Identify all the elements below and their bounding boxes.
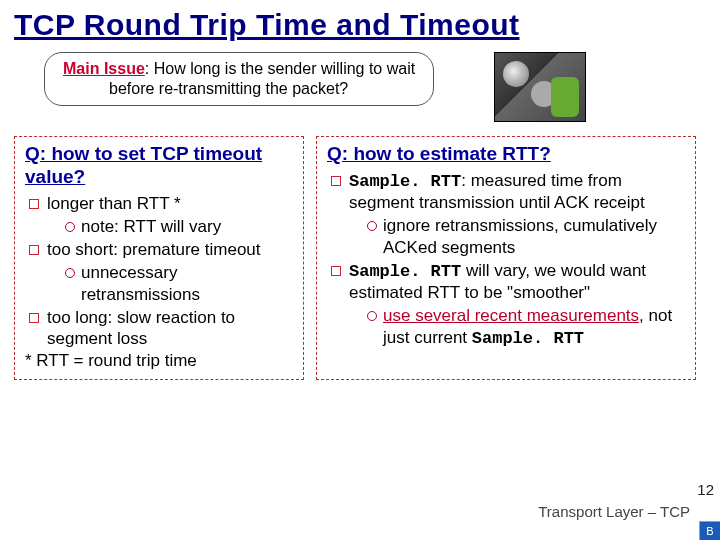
- left-footnote: * RTT = round trip time: [25, 351, 293, 371]
- footer-text: Transport Layer – TCP: [538, 503, 690, 520]
- page-number: 12: [697, 481, 714, 498]
- issue-row: Main Issue: How long is the sender willi…: [44, 52, 706, 122]
- corner-badge: B: [699, 521, 720, 540]
- left-item-2-sub1: unnecessary retransmissions: [65, 262, 293, 305]
- left-item-1-sub1: note: RTT will vary: [65, 216, 293, 237]
- main-issue-label: Main Issue: [63, 60, 145, 77]
- main-issue-text1: How long is the sender willing to wait: [154, 60, 415, 77]
- left-list: longer than RTT * note: RTT will vary to…: [25, 193, 293, 350]
- main-issue-text2: before re-transmitting the packet?: [63, 80, 348, 97]
- right-item-1-sub1: ignore retransmissions, cumulatively ACK…: [367, 215, 685, 258]
- right-item-2-term: Sample. RTT: [349, 262, 461, 281]
- right-item-1: Sample. RTT: measured time from segment …: [331, 170, 685, 258]
- right-box: Q: how to estimate RTT? Sample. RTT: mea…: [316, 136, 696, 380]
- left-item-1: longer than RTT * note: RTT will vary: [29, 193, 293, 238]
- left-question: Q: how to set TCP timeout value?: [25, 143, 293, 189]
- right-list: Sample. RTT: measured time from segment …: [327, 170, 685, 349]
- left-item-2: too short: premature timeout unnecessary…: [29, 239, 293, 305]
- left-item-2-text: too short: premature timeout: [47, 240, 261, 259]
- right-item-2: Sample. RTT will vary, we would want est…: [331, 260, 685, 349]
- left-box: Q: how to set TCP timeout value? longer …: [14, 136, 304, 380]
- right-item-1-term: Sample. RTT: [349, 172, 461, 191]
- clipart-image: [494, 52, 586, 122]
- right-question: Q: how to estimate RTT?: [327, 143, 685, 166]
- right-item-2-sub1-emph: use several recent measurements: [383, 306, 639, 325]
- main-issue-callout: Main Issue: How long is the sender willi…: [44, 52, 434, 106]
- right-item-2-sub1: use several recent measurements, not jus…: [367, 305, 685, 349]
- left-item-1-text: longer than RTT *: [47, 194, 181, 213]
- slide: TCP Round Trip Time and Timeout Main Iss…: [0, 0, 720, 540]
- right-item-2-sub1-term: Sample. RTT: [472, 329, 584, 348]
- main-issue-sep: :: [145, 60, 154, 77]
- content-columns: Q: how to set TCP timeout value? longer …: [14, 136, 706, 380]
- slide-title: TCP Round Trip Time and Timeout: [14, 8, 706, 42]
- left-item-3: too long: slow reaction to segment loss: [29, 307, 293, 350]
